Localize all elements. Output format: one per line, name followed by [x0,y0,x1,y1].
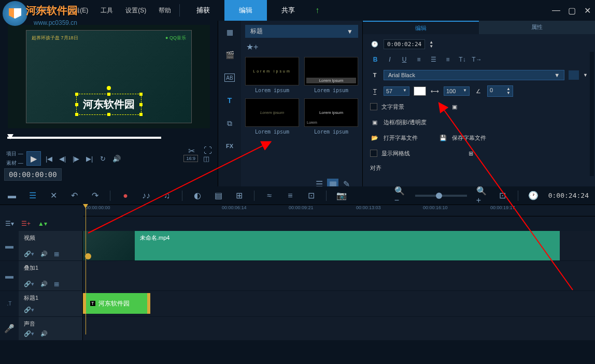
link-icon[interactable]: 🔗▾ [24,251,34,257]
title-preset-item[interactable]: Lorem ipsum Lorem ipsum [245,98,299,135]
mute-icon[interactable]: 🔊 [40,251,48,257]
maximize-button[interactable]: ▢ [564,3,579,18]
menu-tools[interactable]: 工具 [94,0,119,21]
font-family-select[interactable]: Arial Black▼ [384,70,564,80]
tab-share[interactable]: 共享 [267,0,309,21]
track-options-icon[interactable]: ☰▾ [5,220,14,227]
undo-icon[interactable]: ↶ [68,190,80,201]
duration-input[interactable]: 0:00:02:24 [384,39,425,49]
lock-icon[interactable]: ▦ [54,281,59,287]
cut-tool-icon[interactable]: ✂ [186,145,197,156]
zoom-slider[interactable] [415,195,467,197]
mute-icon[interactable]: 🔊 [40,330,48,337]
preview-timecode[interactable]: 00:00:00:00 [4,168,62,181]
link-icon[interactable]: 🔗▾ [24,330,34,337]
vtab-ab-icon[interactable]: AB [224,74,235,82]
title-preset-item[interactable]: Lorem ipsumLorem Lorem ipsum [304,98,358,135]
title-clip[interactable]: T 河东软件园 [83,293,150,314]
zoom-thumb[interactable] [436,193,442,199]
handle-bm[interactable] [107,113,110,116]
vtab-media-icon[interactable]: ▦ [218,21,241,43]
handle-ml[interactable] [75,103,78,106]
text-overlay[interactable]: 河东软件园 [83,97,135,111]
redo-icon[interactable]: ↷ [89,190,101,201]
rotation-input[interactable]: 0▲▼ [487,85,513,97]
zoom-out-icon[interactable]: 🔍− [394,190,406,201]
storyboard-view-icon[interactable]: ▬ [6,190,18,201]
handle-br[interactable] [139,113,143,116]
font-color-extra[interactable] [569,70,579,80]
timeline-ruler[interactable]: 00:00:00:00 00:00:06:14 00:00:09:21 00:0… [83,205,595,216]
title-preset-item[interactable]: Lorem ipsum Lorem ipsum [245,57,299,93]
duration-spinner[interactable]: ▲▼ [429,40,433,49]
open-subtitle-button[interactable]: 📂打开字幕文件 [370,133,418,142]
vtab-fx-icon[interactable]: FX [218,135,241,157]
handle-bl[interactable] [75,113,78,116]
goto-start-icon[interactable]: |◀ [44,153,54,164]
expand-tracks-icon[interactable]: ▲▾ [38,220,47,227]
fit-timeline-icon[interactable]: ⊡ [497,190,508,201]
handle-rotate[interactable] [107,86,111,90]
prev-frame-icon[interactable]: ◀| [58,153,68,164]
title-category-dropdown[interactable]: 标题▼ [245,25,358,38]
goto-end-icon[interactable]: ▶| [84,153,95,164]
horizontal-text-icon[interactable]: T→ [472,54,482,65]
minimize-button[interactable]: — [548,3,564,18]
lock-icon[interactable]: ▦ [54,251,59,257]
italic-button[interactable]: I [385,54,395,65]
record-icon[interactable]: ● [120,190,131,201]
text-selection-box[interactable]: 河东软件园 [76,94,141,115]
tab-capture[interactable]: 捕获 [182,0,224,21]
align-left-icon[interactable]: ≡ [414,54,424,65]
vtab-transition-icon[interactable]: ⧉ [218,112,241,135]
multi-trim-icon[interactable]: ≈ [264,190,275,201]
menu-help[interactable]: 帮助 [152,0,177,21]
preview-viewport[interactable]: 超界环孩子盘 7月18日 ● QQ音乐 河东软件园 [8,25,210,128]
border-shadow-link[interactable]: 边框/阴影/透明度 [384,119,427,126]
align-center-icon[interactable]: ☰ [428,54,438,65]
loop-icon[interactable]: ↻ [98,153,108,164]
save-subtitle-button[interactable]: 💾保存字幕文件 [438,133,486,142]
handle-tr[interactable] [139,93,143,96]
chevron-down-icon[interactable]: ▼ [583,72,588,78]
handle-mr[interactable] [139,103,143,106]
normalize-icon[interactable]: ◐ [192,190,203,201]
close-button[interactable]: ✕ [579,3,595,18]
show-grid-checkbox[interactable] [370,150,377,157]
timeline-view-icon[interactable]: ☰ [27,190,38,201]
add-track-icon[interactable]: ☰+ [21,220,31,227]
bold-button[interactable]: B [370,54,380,65]
snapshot-icon[interactable]: 📷 [336,190,347,201]
text-bg-checkbox[interactable] [370,103,377,110]
add-favorite-icon[interactable]: ★+ [245,41,358,53]
underline-button[interactable]: U [399,54,409,65]
align-right-icon[interactable]: ≡ [443,54,453,65]
title-preset-item[interactable]: Lorem Ipsum Lorem ipsum [304,57,358,93]
slider-thumb[interactable] [7,134,13,139]
project-label[interactable]: 项目 — [6,150,23,157]
panel-scrollbar[interactable] [590,52,594,176]
line-height-input[interactable]: 100▼ [444,86,470,96]
next-frame-icon[interactable]: |▶ [71,153,81,164]
link-icon[interactable]: 🔗▾ [24,281,34,287]
vtab-text-icon[interactable]: T [218,89,241,112]
tools-icon[interactable]: ✕ [48,190,59,201]
handle-tm[interactable] [107,93,110,96]
rtab-edit[interactable]: 编辑 [363,21,479,34]
handle-tl[interactable] [75,93,78,96]
expand-icon[interactable]: ⛶ [202,145,214,156]
motion-icon[interactable]: ▤ [212,190,224,201]
vtab-template-icon[interactable]: 🎬 [218,43,241,66]
grid-settings-icon[interactable]: ⊞ [466,149,475,158]
volume-icon[interactable]: 🔊 [111,153,122,164]
rtab-attr[interactable]: 属性 [479,21,595,34]
vertical-text-icon[interactable]: T↓ [457,54,468,65]
mute-icon[interactable]: 🔊 [40,281,48,287]
preview-slider[interactable] [7,133,210,143]
menu-settings[interactable]: 设置(S) [119,0,152,21]
zoom-in-icon[interactable]: 🔍+ [476,190,488,201]
text-color-swatch[interactable] [414,86,426,96]
track-manager-icon[interactable]: ⊞ [233,190,245,201]
auto-music-icon[interactable]: ♫ [161,190,173,201]
font-size-input[interactable]: 57▼ [384,86,409,96]
